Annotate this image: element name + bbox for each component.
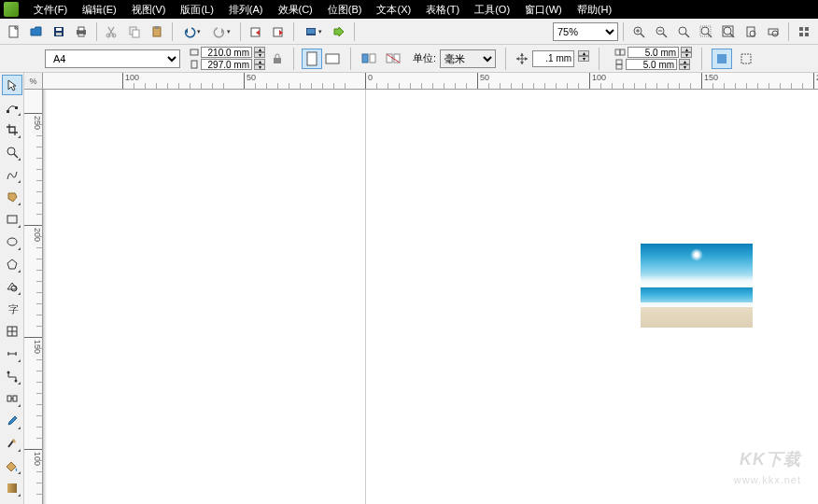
- ellipse-tool[interactable]: [2, 231, 22, 252]
- interactive-fill-tool[interactable]: [2, 478, 22, 498]
- width-icon: [190, 48, 199, 57]
- menu-view[interactable]: 视图(V): [124, 1, 174, 19]
- menu-tools[interactable]: 工具(O): [467, 1, 517, 19]
- menu-text[interactable]: 文本(X): [369, 1, 418, 19]
- menu-edit[interactable]: 编辑(E): [75, 1, 124, 19]
- dimension-tool[interactable]: [2, 343, 22, 364]
- svg-rect-38: [370, 54, 375, 63]
- svg-rect-43: [616, 60, 622, 64]
- paste-button[interactable]: [147, 21, 167, 42]
- all-pages-button[interactable]: [359, 49, 379, 69]
- svg-rect-46: [741, 54, 751, 63]
- drawing-area: % 10050050100150200 250200150100: [24, 73, 818, 504]
- freehand-tool[interactable]: [2, 164, 22, 185]
- eyedropper-tool[interactable]: [2, 411, 22, 431]
- basic-shapes-tool[interactable]: [2, 276, 22, 297]
- smart-fill-tool[interactable]: [2, 187, 22, 207]
- workspace: 字 % 10050050100150200 250200150100: [0, 73, 818, 504]
- export-button[interactable]: [268, 21, 289, 42]
- zoom-all-button[interactable]: [718, 21, 739, 42]
- svg-rect-50: [7, 216, 17, 223]
- options-button[interactable]: [794, 21, 814, 42]
- zoom-selection-button[interactable]: [696, 21, 716, 42]
- svg-rect-57: [7, 396, 11, 401]
- zoom-page-button[interactable]: [740, 21, 761, 42]
- toolbox: 字: [0, 73, 24, 504]
- svg-rect-28: [799, 27, 803, 31]
- menu-layout[interactable]: 版面(L): [173, 1, 220, 19]
- svg-point-51: [7, 238, 17, 245]
- menu-file[interactable]: 文件(F): [26, 1, 75, 19]
- standard-toolbar: ▾ ▾ ▾ 75%: [0, 19, 818, 45]
- svg-rect-32: [190, 49, 198, 55]
- fill-tool[interactable]: [2, 455, 22, 476]
- page-width-input[interactable]: [201, 47, 252, 58]
- save-button[interactable]: [49, 21, 69, 42]
- connector-tool[interactable]: [2, 366, 22, 386]
- height-icon: [190, 60, 199, 69]
- shape-tool[interactable]: [2, 97, 22, 118]
- page-dimensions: ▴▾ ▴▾: [190, 47, 265, 71]
- menu-arrange[interactable]: 排列(A): [221, 1, 271, 19]
- page-height-input[interactable]: [201, 59, 252, 70]
- portrait-button[interactable]: [302, 49, 322, 69]
- outline-tool[interactable]: [2, 433, 22, 454]
- svg-point-55: [7, 371, 9, 374]
- nudge-spinner[interactable]: ▴▾: [578, 50, 589, 67]
- treat-as-filled-button[interactable]: [712, 49, 732, 69]
- dup-h-icon: [614, 48, 626, 57]
- nudge-offset-input[interactable]: [532, 50, 574, 67]
- vertical-ruler[interactable]: 250200150100: [24, 90, 43, 504]
- page-size-select[interactable]: A4: [45, 49, 180, 68]
- menu-bitmap[interactable]: 位图(B): [320, 1, 370, 19]
- dup-h-spinner[interactable]: ▴▾: [681, 47, 692, 58]
- svg-rect-35: [307, 52, 317, 65]
- height-spinner[interactable]: ▴▾: [254, 59, 265, 70]
- pick-tool[interactable]: [2, 75, 22, 95]
- svg-point-19: [679, 27, 686, 35]
- new-button[interactable]: [4, 21, 24, 42]
- svg-rect-42: [620, 49, 625, 55]
- table-tool[interactable]: [2, 321, 22, 342]
- placed-image-beach[interactable]: [641, 244, 753, 328]
- zoom-out-button[interactable]: [651, 21, 671, 42]
- zoom-level-select[interactable]: 75%: [553, 22, 618, 41]
- watermark-logo: KK下载: [740, 448, 801, 470]
- interactive-blend-tool[interactable]: [2, 388, 22, 409]
- dup-h-input[interactable]: [628, 47, 679, 58]
- print-button[interactable]: [71, 21, 92, 42]
- zoom-in-button[interactable]: [628, 21, 649, 42]
- menu-help[interactable]: 帮助(H): [570, 1, 619, 19]
- current-page-button[interactable]: [383, 49, 403, 69]
- menu-table[interactable]: 表格(T): [418, 1, 467, 19]
- zoom-width-button[interactable]: [763, 21, 783, 42]
- redo-button[interactable]: ▾: [207, 21, 235, 42]
- dup-v-spinner[interactable]: ▴▾: [679, 59, 690, 70]
- app-launcher-button[interactable]: ▾: [299, 21, 327, 42]
- width-spinner[interactable]: ▴▾: [254, 47, 265, 58]
- zoom-actual-button[interactable]: [673, 21, 694, 42]
- landscape-button[interactable]: [322, 49, 343, 69]
- bounding-box-button[interactable]: [736, 49, 756, 69]
- ruler-origin[interactable]: %: [24, 73, 43, 90]
- crop-tool[interactable]: [2, 119, 22, 140]
- import-button[interactable]: [246, 21, 266, 42]
- horizontal-ruler[interactable]: 10050050100150200: [43, 73, 818, 90]
- cut-button[interactable]: [102, 21, 122, 42]
- units-select[interactable]: 毫米: [440, 49, 496, 68]
- svg-rect-45: [717, 54, 726, 63]
- welcome-screen-button[interactable]: [329, 21, 349, 42]
- menu-window[interactable]: 窗口(W): [517, 1, 570, 19]
- polygon-tool[interactable]: [2, 254, 22, 274]
- menu-effects[interactable]: 效果(C): [271, 1, 320, 19]
- rectangle-tool[interactable]: [2, 209, 22, 230]
- zoom-tool[interactable]: [2, 142, 22, 162]
- canvas[interactable]: [43, 90, 818, 504]
- text-tool[interactable]: 字: [2, 299, 22, 319]
- lock-ratio-button[interactable]: [269, 50, 286, 67]
- copy-button[interactable]: [124, 21, 145, 42]
- watermark-url: www.kkx.net: [734, 474, 801, 485]
- open-button[interactable]: [26, 21, 47, 42]
- undo-button[interactable]: ▾: [177, 21, 205, 42]
- dup-v-input[interactable]: [626, 59, 677, 70]
